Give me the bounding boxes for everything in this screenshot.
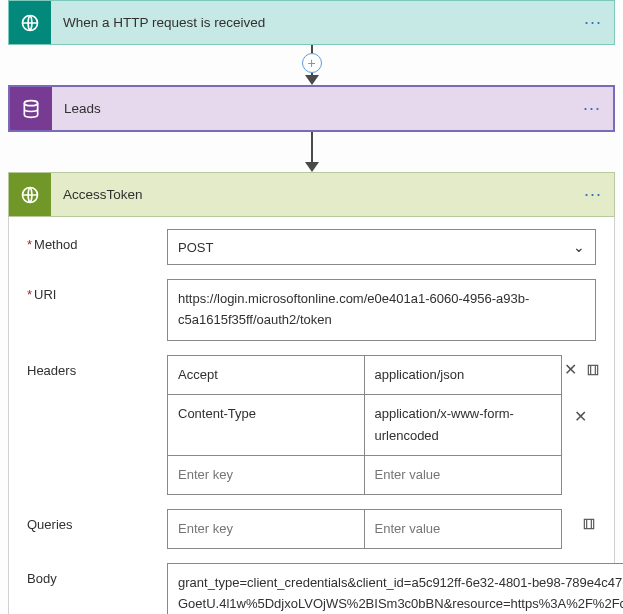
- reorder-icon[interactable]: [586, 355, 600, 385]
- add-step-button[interactable]: +: [302, 53, 322, 73]
- header-value-input[interactable]: application/json: [365, 356, 562, 394]
- query-value-input[interactable]: Enter value: [365, 510, 562, 548]
- header-key-input[interactable]: Enter key: [168, 456, 365, 494]
- header-value-input[interactable]: Enter value: [365, 456, 562, 494]
- label-body: Body: [27, 563, 167, 586]
- svg-point-1: [24, 100, 37, 105]
- svg-rect-4: [584, 519, 593, 528]
- query-key-input[interactable]: Enter key: [168, 510, 365, 548]
- body-input[interactable]: grant_type=client_credentials&client_id=…: [167, 563, 623, 614]
- method-select[interactable]: POST ⌄: [167, 229, 596, 265]
- header-value-input[interactable]: application/x-www-form-urlencoded: [365, 395, 562, 455]
- step-title: AccessToken: [51, 173, 572, 216]
- step-card-http-trigger[interactable]: When a HTTP request is received ···: [8, 0, 615, 45]
- globe-icon: [9, 1, 51, 44]
- step-menu-button[interactable]: ···: [572, 173, 614, 216]
- chevron-down-icon: ⌄: [573, 239, 585, 255]
- remove-row-button[interactable]: ✕: [560, 355, 580, 385]
- connector-arrow: [8, 132, 615, 172]
- database-icon: [10, 87, 52, 130]
- svg-rect-3: [588, 365, 597, 374]
- connector-arrow: +: [8, 45, 615, 85]
- table-row: Accept application/json: [168, 356, 561, 395]
- globe-arrows-icon: [9, 173, 51, 216]
- label-headers: Headers: [27, 355, 167, 378]
- step-menu-button[interactable]: ···: [571, 87, 613, 130]
- step-title: When a HTTP request is received: [51, 1, 572, 44]
- table-row: Enter key Enter value: [168, 510, 561, 548]
- accesstoken-panel: *Method POST ⌄ *URI https://login.micros…: [8, 217, 615, 614]
- headers-table: Accept application/json Content-Type app…: [167, 355, 562, 495]
- queries-table: Enter key Enter value: [167, 509, 562, 549]
- table-row: Content-Type application/x-www-form-urle…: [168, 395, 561, 456]
- step-card-accesstoken[interactable]: AccessToken ···: [8, 172, 615, 217]
- remove-row-button[interactable]: ✕: [570, 397, 590, 437]
- reorder-icon[interactable]: [582, 509, 596, 539]
- table-row: Enter key Enter value: [168, 456, 561, 494]
- method-value: POST: [178, 240, 213, 255]
- uri-input[interactable]: https://login.microsoftonline.com/e0e401…: [167, 279, 596, 341]
- header-key-input[interactable]: Content-Type: [168, 395, 365, 455]
- step-card-leads[interactable]: Leads ···: [8, 85, 615, 132]
- label-uri: *URI: [27, 279, 167, 302]
- step-menu-button[interactable]: ···: [572, 1, 614, 44]
- header-key-input[interactable]: Accept: [168, 356, 365, 394]
- label-queries: Queries: [27, 509, 167, 532]
- label-method: *Method: [27, 229, 167, 252]
- step-title: Leads: [52, 87, 571, 130]
